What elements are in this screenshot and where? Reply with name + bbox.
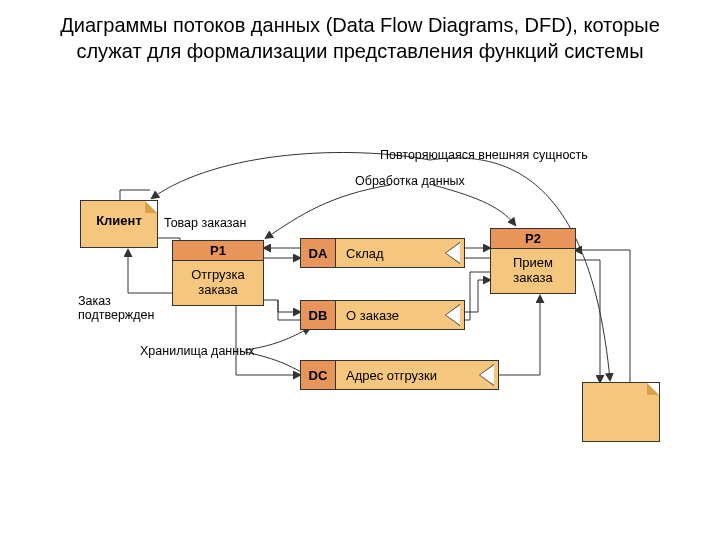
store-da-id: DA: [300, 238, 336, 268]
annotation-repeating-entity: Повторяющаяся внешняя сущность: [380, 148, 588, 162]
store-db-name: О заказе: [346, 308, 399, 323]
process-p1-id: P1: [173, 241, 263, 261]
store-db-id: DB: [300, 300, 336, 330]
page-title: Диаграммы потоков данных (Data Flow Diag…: [0, 0, 720, 64]
annotation-data-processing: Обработка данных: [355, 174, 465, 188]
store-da: DA Склад: [300, 238, 465, 268]
flow-order-confirmed: Заказ подтвержден: [78, 294, 168, 322]
dog-ear-icon: [145, 201, 157, 213]
entity-blank: [582, 382, 660, 442]
flow-goods-ordered: Товар заказан: [164, 216, 246, 230]
process-p2: P2 Прием заказа: [490, 228, 576, 294]
process-p1: P1 Отгрузка заказа: [172, 240, 264, 306]
process-p1-name: Отгрузка заказа: [173, 261, 263, 305]
annotation-data-stores: Хранилища данных: [140, 344, 254, 358]
store-dc-name: Адрес отгрузки: [346, 368, 437, 383]
store-dc: DC Адрес отгрузки: [300, 360, 499, 390]
diagram-arrows: [0, 0, 720, 540]
store-dc-id: DC: [300, 360, 336, 390]
entity-client: Клиент: [80, 200, 158, 248]
store-da-name: Склад: [346, 246, 384, 261]
process-p2-id: P2: [491, 229, 575, 249]
store-db: DB О заказе: [300, 300, 465, 330]
process-p2-name: Прием заказа: [491, 249, 575, 293]
dog-ear-icon: [647, 383, 659, 395]
